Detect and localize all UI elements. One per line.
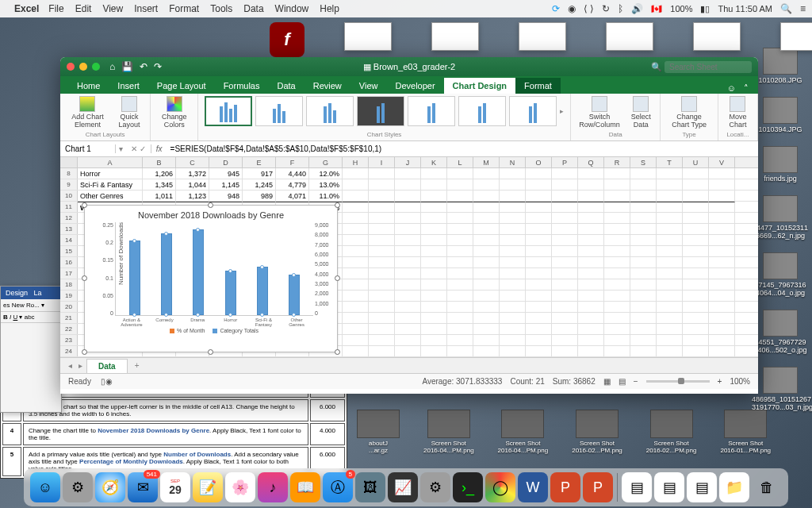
sync-icon[interactable]: ⟳ xyxy=(552,3,560,14)
add-sheet-icon[interactable]: + xyxy=(128,361,146,370)
notes-icon[interactable]: 📝 xyxy=(193,472,223,502)
wifi-icon[interactable]: ◉ xyxy=(568,3,576,14)
chart-bar[interactable] xyxy=(129,241,140,315)
change-colors-button[interactable]: Change Colors xyxy=(157,96,191,129)
volume-icon[interactable]: 🔊 xyxy=(631,3,643,14)
window-thumb[interactable] xyxy=(606,22,653,51)
tab-insert[interactable]: Insert xyxy=(109,78,148,94)
column-header[interactable]: U xyxy=(683,157,709,167)
desktop-file[interactable]: Screen Shot2016-04...PM.png xyxy=(423,410,474,454)
app-name[interactable]: Excel xyxy=(14,3,39,14)
column-header[interactable]: A xyxy=(78,157,143,167)
fx-icon[interactable]: fx xyxy=(151,144,167,153)
powerpoint-icon[interactable]: P xyxy=(550,472,580,502)
flash-app-icon[interactable]: f xyxy=(270,22,304,57)
column-header[interactable]: V xyxy=(709,157,735,167)
column-header[interactable]: N xyxy=(500,157,526,167)
chart-title[interactable]: November 2018 Downloads by Genre xyxy=(85,206,337,222)
switch-row-column-button[interactable]: Switch Row/Column xyxy=(577,96,622,129)
chart-style-option[interactable] xyxy=(205,96,252,126)
change-chart-type-button[interactable]: Change Chart Type xyxy=(667,96,711,129)
column-header[interactable]: G xyxy=(309,157,343,167)
macro-record-icon[interactable]: ▯◉ xyxy=(101,377,113,386)
downloads-icon[interactable]: 📁 xyxy=(719,472,749,502)
itunes-icon[interactable]: ♪ xyxy=(258,472,288,502)
view-page-layout-icon[interactable]: ▤ xyxy=(619,377,626,386)
window-thumb[interactable] xyxy=(431,22,479,51)
ibooks-icon[interactable]: 📖 xyxy=(290,472,320,502)
trash-icon[interactable]: 🗑 xyxy=(752,472,782,502)
dock-file[interactable]: ▤ xyxy=(687,472,717,502)
column-headers[interactable]: ABCDEFGHIJKLMNOPQRSTUV xyxy=(60,157,758,168)
move-chart-button[interactable]: Move Chart xyxy=(725,96,751,129)
table-row[interactable]: 9Sci-Fi & Fantasy1,3451,0441,1451,2454,7… xyxy=(60,179,758,190)
tab-format[interactable]: Format xyxy=(515,78,561,94)
plot-area[interactable] xyxy=(115,222,313,316)
terminal-icon[interactable]: ›_ xyxy=(453,472,483,502)
column-header[interactable]: H xyxy=(343,157,369,167)
tab-page-layout[interactable]: Page Layout xyxy=(148,78,215,94)
column-header[interactable]: L xyxy=(447,157,473,167)
preferences-icon[interactable]: ⚙ xyxy=(420,472,450,502)
collapse-ribbon-icon[interactable]: ˄ xyxy=(744,83,749,94)
tab-home[interactable]: Home xyxy=(68,78,109,94)
chart-style-option[interactable] xyxy=(255,96,303,126)
column-header[interactable]: P xyxy=(552,157,578,167)
tab-developer[interactable]: Developer xyxy=(386,78,443,94)
undo-icon[interactable]: ↶ xyxy=(140,61,147,72)
desktop-file[interactable]: 24551_79677294406...502_o.jpg xyxy=(752,310,809,354)
name-box-dropdown-icon[interactable]: ▾ xyxy=(116,144,126,153)
column-header[interactable]: C xyxy=(176,157,209,167)
appstore-icon[interactable]: Ⓐ5 xyxy=(323,472,353,502)
select-data-button[interactable]: Select Data xyxy=(628,96,653,129)
prev-sheet-icon[interactable]: ◂ xyxy=(65,361,75,370)
spreadsheet-grid[interactable]: ABCDEFGHIJKLMNOPQRSTUV 8Horror1,2061,372… xyxy=(60,157,758,357)
preview-icon[interactable]: 🖼 xyxy=(355,472,385,502)
sheet-tab-data[interactable]: Data xyxy=(86,359,128,373)
zoom-slider[interactable] xyxy=(646,380,710,383)
redo-icon[interactable]: ↷ xyxy=(154,61,162,72)
desktop-file[interactable]: friends.jpg xyxy=(752,146,809,183)
formula-input[interactable]: =SERIES(Data!$F$4,Data!$A$5:$A$10,Data!$… xyxy=(167,144,758,153)
word-window[interactable]: Design La es New Ro... ▾ B I U ▾ abc xyxy=(0,286,62,413)
dock-file[interactable]: ▤ xyxy=(622,472,652,502)
window-thumb[interactable] xyxy=(693,22,741,51)
chart-style-option[interactable] xyxy=(408,96,455,126)
close-icon[interactable] xyxy=(67,63,75,71)
search-sheet-input[interactable] xyxy=(665,61,752,73)
column-header[interactable]: B xyxy=(143,157,176,167)
chart-bar[interactable] xyxy=(225,271,236,315)
dock-file[interactable]: ▤ xyxy=(654,472,684,502)
save-icon[interactable]: 💾 xyxy=(121,61,133,72)
notification-center-icon[interactable]: ≡ xyxy=(800,3,806,14)
chart-bar[interactable] xyxy=(161,233,172,315)
chart-bar[interactable] xyxy=(193,229,204,315)
desktop-file[interactable]: 44477_101523116669...62_n.jpg xyxy=(752,195,809,240)
menu-insert[interactable]: Insert xyxy=(134,3,158,14)
column-header[interactable]: D xyxy=(209,157,243,167)
menu-window[interactable]: Window xyxy=(275,3,309,14)
bluetooth-icon[interactable]: ᛒ xyxy=(618,3,623,14)
clock[interactable]: Thu 11:50 AM xyxy=(718,4,772,13)
gallery-more-icon[interactable]: ▸ xyxy=(560,107,564,115)
tab-formulas[interactable]: Formulas xyxy=(215,78,269,94)
chart-bar[interactable] xyxy=(257,267,268,315)
smiley-icon[interactable]: ☺ xyxy=(727,83,736,94)
desktop-file[interactable]: Screen Shot2016-04...PM.png xyxy=(498,410,549,454)
chart-bar[interactable] xyxy=(289,275,300,315)
column-header[interactable]: O xyxy=(526,157,552,167)
column-header[interactable]: J xyxy=(395,157,421,167)
word-icon[interactable]: W xyxy=(518,472,548,502)
chart-style-option[interactable] xyxy=(509,96,557,126)
menu-format[interactable]: Format xyxy=(169,3,199,14)
zoom-out-icon[interactable]: − xyxy=(634,377,638,386)
cancel-formula-icon[interactable]: ✕ xyxy=(131,144,137,153)
desktop-file[interactable]: Screen Shot2016-02...PM.png xyxy=(646,410,697,454)
chart-style-option[interactable] xyxy=(357,96,404,126)
quick-layout-button[interactable]: Quick Layout xyxy=(115,96,144,129)
flag-icon[interactable]: 🇨🇦 xyxy=(651,4,662,14)
zoom-value[interactable]: 100% xyxy=(730,377,750,386)
menu-help[interactable]: Help xyxy=(320,3,339,14)
excel-titlebar[interactable]: ⌂ 💾 ↶ ↷ ▦ Brown_e03_grader-2 🔍 xyxy=(60,57,758,76)
column-header[interactable]: E xyxy=(243,157,276,167)
